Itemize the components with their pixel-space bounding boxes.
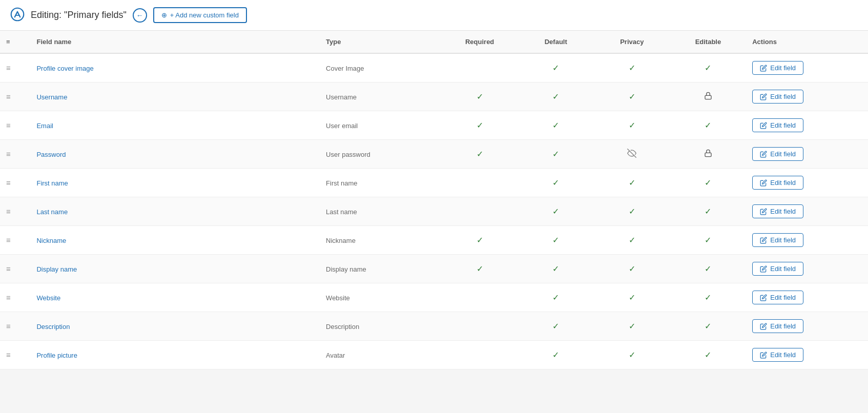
add-custom-field-button[interactable]: ⊕ + Add new custom field bbox=[153, 7, 247, 23]
pencil-icon bbox=[760, 294, 767, 301]
edit-field-button[interactable]: Edit field bbox=[752, 262, 803, 276]
table-row: ≡UsernameUsername✓✓✓ Edit field bbox=[0, 82, 868, 111]
field-name-link[interactable]: Display name bbox=[36, 265, 77, 273]
drag-handle[interactable]: ≡ bbox=[6, 150, 11, 158]
edit-field-button[interactable]: Edit field bbox=[752, 204, 803, 218]
privacy-check-icon: ✓ bbox=[629, 207, 635, 216]
drag-handle[interactable]: ≡ bbox=[6, 350, 11, 359]
privacy-check-icon: ✓ bbox=[629, 64, 635, 72]
field-name-link[interactable]: First name bbox=[36, 179, 68, 187]
table-row: ≡First nameFirst name✓✓✓ Edit field bbox=[0, 169, 868, 197]
svg-point-0 bbox=[11, 8, 24, 21]
back-button[interactable]: ← bbox=[133, 8, 147, 23]
field-type: Last name bbox=[326, 208, 357, 216]
table-row: ≡PasswordUser password✓✓ Edit field bbox=[0, 140, 868, 169]
default-check-icon: ✓ bbox=[552, 92, 559, 101]
pencil-icon bbox=[760, 179, 767, 187]
edit-field-label: Edit field bbox=[770, 208, 796, 215]
edit-field-button[interactable]: Edit field bbox=[752, 61, 803, 75]
editable-check-icon: ✓ bbox=[705, 293, 711, 302]
col-header-actions: Actions bbox=[746, 31, 868, 53]
table-row: ≡Last nameLast name✓✓✓ Edit field bbox=[0, 197, 868, 226]
field-name-link[interactable]: Username bbox=[36, 93, 67, 101]
required-check-icon: ✓ bbox=[477, 121, 483, 130]
pencil-icon bbox=[760, 237, 767, 244]
drag-handle[interactable]: ≡ bbox=[6, 121, 11, 130]
drag-handle[interactable]: ≡ bbox=[6, 293, 11, 302]
field-name-link[interactable]: Nickname bbox=[36, 237, 66, 244]
default-check-icon: ✓ bbox=[552, 178, 559, 187]
field-type: Avatar bbox=[326, 352, 345, 359]
field-type: Website bbox=[326, 294, 350, 302]
col-header-drag: ≡ bbox=[0, 31, 30, 53]
pencil-icon bbox=[760, 151, 767, 158]
edit-field-button[interactable]: Edit field bbox=[752, 176, 803, 190]
edit-field-label: Edit field bbox=[770, 93, 796, 100]
editable-check-icon: ✓ bbox=[705, 64, 711, 72]
col-header-privacy: Privacy bbox=[594, 31, 670, 53]
default-check-icon: ✓ bbox=[552, 64, 559, 72]
edit-field-button[interactable]: Edit field bbox=[752, 348, 803, 362]
privacy-check-icon: ✓ bbox=[629, 293, 635, 302]
fields-table: ≡ Field name Type Required Default Priva… bbox=[0, 31, 868, 369]
drag-handle[interactable]: ≡ bbox=[6, 322, 11, 331]
default-check-icon: ✓ bbox=[552, 322, 559, 331]
edit-field-button[interactable]: Edit field bbox=[752, 291, 803, 304]
privacy-check-icon: ✓ bbox=[629, 121, 635, 130]
field-name-link[interactable]: Email bbox=[36, 122, 53, 130]
editable-check-icon: ✓ bbox=[705, 322, 711, 331]
edit-field-button[interactable]: Edit field bbox=[752, 319, 803, 333]
plus-icon: ⊕ bbox=[161, 11, 167, 19]
drag-handle[interactable]: ≡ bbox=[6, 264, 11, 273]
required-check-icon: ✓ bbox=[477, 236, 483, 244]
field-name-link[interactable]: Password bbox=[36, 151, 66, 158]
field-name-link[interactable]: Profile cover image bbox=[36, 65, 93, 72]
drag-handle[interactable]: ≡ bbox=[6, 64, 11, 72]
field-type: Display name bbox=[326, 265, 366, 273]
privacy-check-icon: ✓ bbox=[629, 92, 635, 101]
field-name-link[interactable]: Profile picture bbox=[36, 352, 77, 359]
logo-icon bbox=[10, 7, 25, 23]
default-check-icon: ✓ bbox=[552, 150, 559, 158]
edit-field-label: Edit field bbox=[770, 322, 796, 330]
drag-handle[interactable]: ≡ bbox=[6, 92, 11, 101]
pencil-icon bbox=[760, 352, 767, 359]
editable-lock-icon bbox=[704, 150, 712, 159]
privacy-check-icon: ✓ bbox=[629, 178, 635, 187]
privacy-hidden-icon bbox=[627, 151, 636, 159]
table-row: ≡EmailUser email✓✓✓✓ Edit field bbox=[0, 111, 868, 140]
required-check-icon: ✓ bbox=[477, 150, 483, 158]
pencil-icon bbox=[760, 208, 767, 215]
privacy-check-icon: ✓ bbox=[629, 236, 635, 244]
editable-check-icon: ✓ bbox=[705, 350, 711, 359]
table-row: ≡Profile cover imageCover Image✓✓✓ Edit … bbox=[0, 53, 868, 82]
drag-handle[interactable]: ≡ bbox=[6, 207, 11, 216]
page-title: Editing: "Primary fields" bbox=[31, 10, 127, 20]
field-type: Nickname bbox=[326, 237, 356, 244]
col-header-default: Default bbox=[518, 31, 594, 53]
editable-check-icon: ✓ bbox=[705, 178, 711, 187]
field-name-link[interactable]: Description bbox=[36, 323, 70, 331]
edit-field-button[interactable]: Edit field bbox=[752, 233, 803, 247]
edit-field-button[interactable]: Edit field bbox=[752, 147, 803, 161]
table-row: ≡DescriptionDescription✓✓✓ Edit field bbox=[0, 312, 868, 341]
col-header-name: Field name bbox=[30, 31, 320, 53]
editable-check-icon: ✓ bbox=[705, 236, 711, 244]
field-name-link[interactable]: Website bbox=[36, 294, 60, 302]
edit-field-button[interactable]: Edit field bbox=[752, 118, 803, 132]
pencil-icon bbox=[760, 65, 767, 72]
edit-field-label: Edit field bbox=[770, 121, 796, 129]
drag-handle[interactable]: ≡ bbox=[6, 178, 11, 187]
table-header-row: ≡ Field name Type Required Default Priva… bbox=[0, 31, 868, 53]
edit-field-label: Edit field bbox=[770, 265, 796, 273]
drag-handle[interactable]: ≡ bbox=[6, 236, 11, 244]
edit-field-label: Edit field bbox=[770, 236, 796, 244]
default-check-icon: ✓ bbox=[552, 264, 559, 273]
required-check-icon: ✓ bbox=[477, 92, 483, 101]
pencil-icon bbox=[760, 265, 767, 273]
field-name-link[interactable]: Last name bbox=[36, 208, 68, 216]
field-type: Username bbox=[326, 93, 357, 101]
edit-field-button[interactable]: Edit field bbox=[752, 90, 803, 104]
col-header-required: Required bbox=[442, 31, 518, 53]
page-header: Editing: "Primary fields" ← ⊕ + Add new … bbox=[0, 0, 868, 31]
